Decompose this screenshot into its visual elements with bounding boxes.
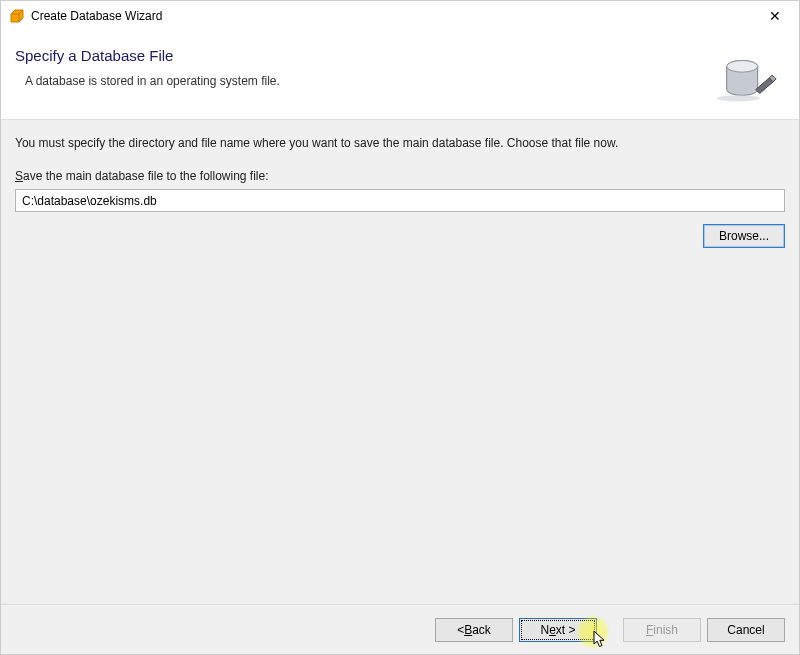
next-prefix: N <box>540 623 549 637</box>
cancel-label: Cancel <box>727 623 764 637</box>
close-button[interactable]: ✕ <box>755 2 795 30</box>
browse-row: Browse... <box>15 224 785 248</box>
next-rest: xt > <box>556 623 576 637</box>
mnemonic-finish: F <box>646 623 653 637</box>
browse-label-rest: rowse... <box>727 229 769 243</box>
file-path-label-rest: ave the main database file to the follow… <box>23 169 268 183</box>
window-title: Create Database Wizard <box>31 9 162 23</box>
finish-rest: inish <box>653 623 678 637</box>
back-button[interactable]: < Back <box>435 618 513 642</box>
cancel-button[interactable]: Cancel <box>707 618 785 642</box>
close-icon: ✕ <box>769 8 781 24</box>
svg-point-1 <box>727 61 758 73</box>
app-icon <box>9 8 25 24</box>
mnemonic-next: e <box>549 623 556 637</box>
browse-button[interactable]: Browse... <box>703 224 785 248</box>
titlebar-left: Create Database Wizard <box>9 8 162 24</box>
titlebar: Create Database Wizard ✕ <box>1 1 799 31</box>
svg-point-2 <box>717 95 760 101</box>
page-title: Specify a Database File <box>15 47 280 64</box>
next-button[interactable]: Next > <box>519 618 597 642</box>
mnemonic-b: B <box>719 229 727 243</box>
back-rest: ack <box>472 623 491 637</box>
finish-button: Finish <box>623 618 701 642</box>
instruction-text: You must specify the directory and file … <box>15 135 785 151</box>
header-text-block: Specify a Database File A database is st… <box>15 45 280 88</box>
wizard-content: You must specify the directory and file … <box>1 120 799 604</box>
file-path-label: Save the main database file to the follo… <box>15 169 785 183</box>
database-file-icon <box>717 45 779 107</box>
back-prefix: < <box>457 623 464 637</box>
wizard-footer: < Back Next > Finish Cancel <box>1 604 799 654</box>
file-path-input[interactable] <box>15 189 785 212</box>
wizard-header: Specify a Database File A database is st… <box>1 31 799 120</box>
mnemonic-back: B <box>464 623 472 637</box>
mnemonic-s: S <box>15 169 23 183</box>
page-subtitle: A database is stored in an operating sys… <box>15 74 280 88</box>
